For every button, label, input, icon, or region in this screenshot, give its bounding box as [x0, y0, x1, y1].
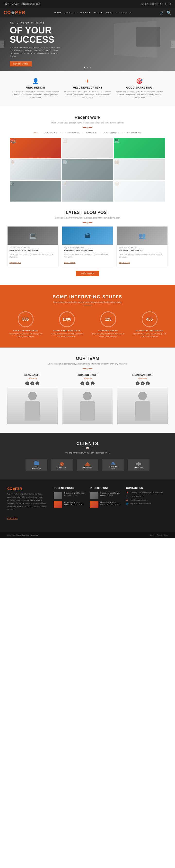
hero-subtitle: ONLY BEST CHOICE	[10, 22, 63, 25]
team-3-tw[interactable]: t	[141, 381, 145, 385]
client-logo-4: MOUNTAINVIEW	[102, 459, 124, 471]
stat-label-3: FINISHED TASKS	[90, 330, 126, 332]
social-t[interactable]: t	[162, 3, 163, 5]
portfolio-item-4[interactable]: 🏺	[10, 159, 61, 180]
social-f[interactable]: f	[160, 3, 161, 5]
diamond-icon	[135, 462, 142, 466]
footer-address-text: Address: 15 Jl. Kenoeregen Boulevard, NY	[130, 492, 163, 494]
team-grid: SEAN GARES CREATIVE f t g EDUARDO GARES …	[7, 374, 168, 424]
footer-post-1-content: Blogging is good for you. August 5, 2016	[64, 492, 85, 499]
footer-nav-blog[interactable]: Blog	[164, 534, 168, 536]
stats-title: SOME INTERSTING STUFFS	[7, 294, 168, 300]
filter-branding[interactable]: BRANDING	[85, 131, 98, 134]
signin-link[interactable]: Sign In / Register	[142, 3, 158, 5]
team-2-tw[interactable]: t	[85, 381, 90, 385]
cart-icon[interactable]: 🛒	[160, 11, 164, 14]
footer-post-1: Blogging is good for you. August 5, 2016	[54, 492, 85, 499]
nav-home[interactable]: HOME	[54, 11, 61, 14]
stat-label-1: CREATIVE PARTNERS	[7, 330, 44, 332]
team-3-gp[interactable]: g	[146, 381, 150, 385]
team-social-1: f t g	[7, 381, 58, 385]
person-body-2	[80, 401, 95, 421]
client-logo-5: DIAMOND	[128, 459, 149, 471]
hero-next-button[interactable]: ›	[171, 40, 175, 48]
portfolio-item-1[interactable]: 📚	[10, 138, 61, 158]
team-role-2: CREATIVE	[62, 377, 113, 379]
hero-prev-button[interactable]: ‹	[0, 40, 4, 48]
footer-nav-about[interactable]: About	[157, 534, 161, 536]
team-1-gp[interactable]: g	[35, 381, 40, 385]
footer-read-more[interactable]: READ MORE	[7, 518, 18, 519]
team-3-fb[interactable]: f	[135, 381, 140, 385]
blog-3-read-more[interactable]: READ MORE	[119, 262, 130, 264]
portfolio-item-9[interactable]: 📦	[114, 181, 165, 202]
footer-post-img-2	[54, 501, 62, 508]
filter-animations[interactable]: ANIMATIONS	[43, 131, 58, 134]
stat-tasks: 125 FINISHED TASKS There Are Many Variat…	[90, 311, 126, 338]
nav-about[interactable]: ABOUT US	[65, 11, 77, 14]
hero-description: There Are Good Business Ideas And Then T…	[10, 46, 63, 58]
footer-nav-home[interactable]: Home	[149, 534, 154, 536]
topbar-right: Sign In / Register f t g+ in	[142, 3, 171, 5]
nav-contact[interactable]: CONTACT US	[116, 11, 131, 14]
stats-divider	[83, 305, 92, 305]
marketing-icon: 🎯	[116, 78, 163, 84]
feature-1-title: UNIQ DESIGN	[12, 86, 59, 89]
clients-divider	[83, 448, 92, 448]
svg-rect-2	[36, 461, 37, 462]
portfolio-item-6[interactable]: 📦	[114, 159, 165, 180]
recent-work-sub: Here are our latest portfolio items. Ple…	[10, 122, 165, 124]
stats-sub: Few number is most often used to mean be…	[7, 301, 168, 303]
person-body-1	[25, 401, 40, 421]
portfolio-item-5[interactable]: 📄	[62, 159, 113, 180]
team-role-1: CREATIVE	[7, 377, 58, 379]
footer-recent-posts-col: RECENT POSTS Blogging is good for you. A…	[54, 487, 85, 520]
nav-pages[interactable]: PAGES ▾	[80, 11, 90, 14]
stats-section: SOME INTERSTING STUFFS Few number is mos…	[0, 285, 175, 347]
blog-2-read-more[interactable]: READ MORE	[64, 262, 76, 264]
portfolio-item-2[interactable]: 📋	[62, 138, 113, 158]
hero-dot-2[interactable]	[87, 67, 88, 68]
team-photo-3	[117, 388, 168, 424]
footer-website-text: http://www.yourdomain.com	[130, 503, 151, 505]
stat-desc-3: There Are Many Variations Of Passages Of…	[90, 333, 126, 338]
filter-development[interactable]: DEVELOPMENT	[125, 131, 142, 134]
team-2-gp[interactable]: g	[91, 381, 95, 385]
portfolio-item-8[interactable]: 📝	[62, 181, 113, 202]
social-in[interactable]: in	[170, 3, 171, 5]
person-body-3	[135, 401, 150, 421]
site-logo[interactable]: CO◆PER	[4, 10, 26, 15]
stat-desc-2: There Are Many Variations Of Passages Of…	[49, 333, 85, 338]
hero-cta-button[interactable]: LEARN MORE	[10, 61, 32, 66]
stat-circle-3: 125	[100, 311, 116, 327]
blog-img-1: 💻	[7, 226, 58, 245]
filter-presentation[interactable]: PRESENTATION	[102, 131, 120, 134]
portfolio-item-3[interactable]: 💻	[114, 138, 165, 158]
team-1-tw[interactable]: t	[30, 381, 34, 385]
footer-logo: CO◆PER	[7, 487, 49, 491]
hero-dot-3[interactable]	[90, 67, 91, 68]
hero-section: ‹ ONLY BEST CHOICE OF YOUR SUCCESS There…	[0, 18, 175, 71]
search-icon[interactable]: 🔍	[167, 10, 171, 15]
hero-dot-1[interactable]	[84, 67, 85, 68]
footer-recent-post-1-content: Blogging is good for you. August 5, 2016	[100, 492, 121, 499]
team-divider	[83, 368, 92, 369]
footer-post-img-1	[54, 492, 62, 499]
blog-1-read-more[interactable]: READ MORE	[9, 262, 21, 264]
footer-recent-img-2	[90, 501, 98, 508]
feature-development: ✈ WELL DEVELOPMENT About Creative Genius…	[61, 78, 113, 99]
nav-blog[interactable]: BLOG ▾	[94, 11, 103, 14]
team-2-fb[interactable]: f	[80, 381, 84, 385]
view-all-button[interactable]: VIEW MORE	[76, 271, 99, 276]
filter-all[interactable]: ALL	[33, 131, 39, 134]
portfolio-item-7[interactable]: 🗂	[10, 181, 61, 202]
nav-shop[interactable]: SHOP	[106, 11, 112, 14]
feature-3-title: GOOD MARKETING	[116, 86, 163, 89]
person-head-1	[28, 392, 37, 400]
filter-photography[interactable]: PHOTOGRAPHY	[63, 131, 81, 134]
main-nav: CO◆PER HOME ABOUT US PAGES ▾ BLOG ▾ SHOP…	[0, 8, 175, 18]
social-g[interactable]: g+	[165, 3, 168, 5]
team-1-fb[interactable]: f	[25, 381, 29, 385]
team-member-3: SEAN BANDERAS CREATIVE f t g	[117, 374, 168, 424]
feature-uniq-design: 👤 UNIQ DESIGN About Creative Genius Stud…	[10, 78, 61, 99]
